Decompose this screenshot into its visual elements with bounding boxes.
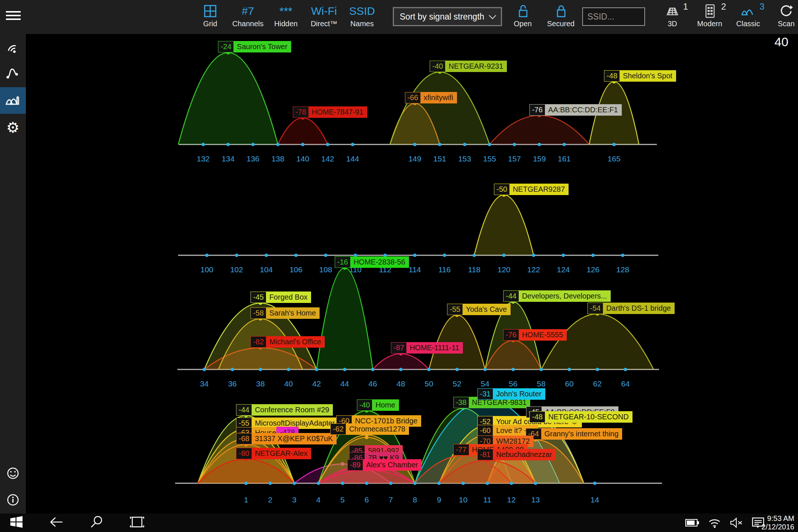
svg-text:38: 38 [256, 379, 265, 388]
ap-label[interactable]: -80NETGEAR-Alex [236, 448, 311, 459]
ap-ssid: Granny's internet thing [541, 429, 622, 439]
svg-text:108: 108 [319, 265, 332, 274]
ap-signal-dbm: -40 [357, 400, 372, 410]
ap-label[interactable]: -48Sheldon's Spot [604, 70, 676, 82]
toolbar-channels-toggle[interactable]: #7 Channels [226, 3, 270, 28]
ap-label[interactable]: -44Developers, Developers... [503, 290, 611, 302]
svg-text:140: 140 [296, 154, 309, 163]
ap-signal-dbm: -44 [236, 405, 252, 415]
ap-signal-dbm: -45 [251, 292, 266, 303]
ap-ssid: xfinitywifi [420, 92, 457, 103]
svg-text:4: 4 [316, 495, 321, 504]
ap-label[interactable]: -76AA:BB:CC:DD:EE:F1 [529, 104, 622, 116]
svg-text:106: 106 [290, 265, 303, 274]
ap-ssid: Home [372, 400, 398, 410]
ap-signal-dbm: -40 [430, 61, 445, 72]
ap-ssid: NETGEAR-9231 [445, 61, 507, 72]
search-icon [90, 515, 104, 531]
svg-text:52: 52 [453, 379, 461, 388]
ap-label[interactable]: -6831337 X@KEP K0$7uK [236, 433, 337, 444]
ap-label[interactable]: -58Sarah's Home [250, 307, 320, 319]
svg-text:149: 149 [408, 154, 421, 163]
toolbar-grid-label: Grid [203, 20, 217, 28]
taskbar-clock[interactable]: 9:53 AM 2/12/2016 [761, 514, 794, 531]
ap-label[interactable]: -44Conference Room #29 [236, 404, 333, 416]
ap-ssid: Forged Box [266, 292, 311, 303]
svg-text:50: 50 [424, 379, 433, 388]
sidebar-item-feedback[interactable] [0, 461, 26, 487]
toolbar-secured-filter[interactable]: Secured [539, 3, 583, 28]
svg-text:104: 104 [260, 265, 273, 274]
ap-ssid: HOME-2838-56 [350, 257, 409, 267]
ap-label[interactable]: -40NETGEAR-9231 [430, 61, 507, 72]
ap-ssid: Nebuchadnezzar [493, 449, 555, 460]
ap-label[interactable]: -89Alex's Chamber [347, 459, 422, 471]
toolbar-ssid-names-toggle[interactable]: SSID Names [340, 3, 384, 28]
svg-text:102: 102 [230, 265, 243, 274]
ap-ssid: Yoda's Cave [463, 304, 510, 315]
3d-view-icon [664, 3, 681, 19]
ap-label[interactable]: -55Yoda's Cave [447, 304, 511, 315]
clock-time: 9:53 AM [761, 514, 794, 523]
svg-text:153: 153 [458, 154, 471, 163]
ssid-search-input[interactable] [582, 7, 645, 26]
start-button[interactable] [3, 514, 30, 532]
ap-signal-dbm: -80 [236, 448, 252, 459]
ap-label[interactable]: -62Chromecast1278 [330, 423, 409, 435]
ap-label[interactable]: -64Granny's internet thing [526, 428, 623, 440]
ap-label[interactable]: -87HOME-1111-11 [391, 342, 463, 354]
scan-button[interactable]: Scan [764, 3, 798, 28]
svg-text:157: 157 [508, 154, 521, 163]
ap-label[interactable]: -48NETGEAR-10-SECOND [529, 411, 632, 423]
ap-label[interactable]: -54Darth's DS-1 bridge [587, 303, 675, 314]
ap-signal-dbm: -24 [218, 41, 233, 52]
toolbar-hidden-toggle[interactable]: *** Hidden [264, 3, 308, 28]
ap-label[interactable]: -78HOME-7847-91 [293, 106, 367, 118]
ap-label[interactable]: -16HOME-2838-56 [335, 256, 409, 268]
toolbar-wifi-direct-toggle[interactable]: Wi-Fi Direct™ [302, 3, 346, 28]
sidebar-item-signal[interactable] [0, 35, 26, 62]
taskbar-search-button[interactable] [83, 514, 110, 532]
ap-label[interactable]: -31John's Router [477, 388, 545, 400]
windows-logo-icon [8, 514, 24, 531]
ap-label[interactable]: -45Forged Box [250, 291, 311, 303]
ap-ssid: HOME-5555 [519, 330, 566, 340]
sidebar-item-settings[interactable]: ⚙ [0, 114, 26, 141]
svg-text:44: 44 [340, 379, 349, 388]
sidebar-item-analyze[interactable] [0, 60, 26, 87]
sort-dropdown[interactable]: Sort by signal strength [393, 7, 502, 26]
svg-text:2: 2 [268, 495, 272, 504]
closed-lock-icon [554, 3, 567, 19]
ap-label[interactable]: -24Sauron's Tower [218, 41, 291, 52]
ap-label[interactable]: -50NETGEAR9287 [494, 184, 569, 195]
ap-ssid: John's Router [493, 389, 545, 399]
ap-ssid: AA:BB:CC:DD:EE:F1 [545, 105, 621, 115]
modern-view-icon [703, 3, 716, 19]
sidebar-item-about[interactable] [0, 487, 26, 514]
svg-text:136: 136 [246, 154, 259, 163]
ap-signal-dbm: -58 [251, 308, 266, 318]
ap-signal-dbm: -31 [478, 389, 493, 399]
svg-text:8: 8 [413, 495, 417, 504]
svg-text:118: 118 [468, 265, 480, 274]
toolbar-open-filter[interactable]: Open [501, 3, 545, 28]
ap-label[interactable]: -81Nebuchadnezzar [477, 449, 556, 460]
svg-text:151: 151 [433, 154, 446, 163]
clock-date: 2/12/2016 [761, 523, 794, 531]
task-view-button[interactable] [124, 514, 150, 532]
ap-ssid: Conference Room #29 [252, 405, 332, 415]
sidebar-item-channels[interactable] [0, 87, 26, 114]
svg-text:7: 7 [389, 495, 393, 504]
channel-bands-plot: 1321341361381401421441491511531551571591… [26, 34, 798, 514]
svg-text:13: 13 [531, 495, 540, 504]
hamburger-menu-icon[interactable] [6, 9, 21, 21]
svg-text:122: 122 [527, 265, 540, 274]
ap-label[interactable]: -66xfinitywifi [405, 92, 457, 103]
svg-text:11: 11 [483, 495, 491, 504]
ap-label[interactable]: -82Michael's Office [250, 336, 325, 348]
ap-signal-dbm: -60 [478, 425, 493, 436]
ap-label[interactable]: -40Home [357, 399, 399, 411]
back-button[interactable] [43, 514, 69, 532]
svg-text:36: 36 [228, 379, 236, 388]
ap-label[interactable]: -76HOME-5555 [503, 329, 567, 341]
